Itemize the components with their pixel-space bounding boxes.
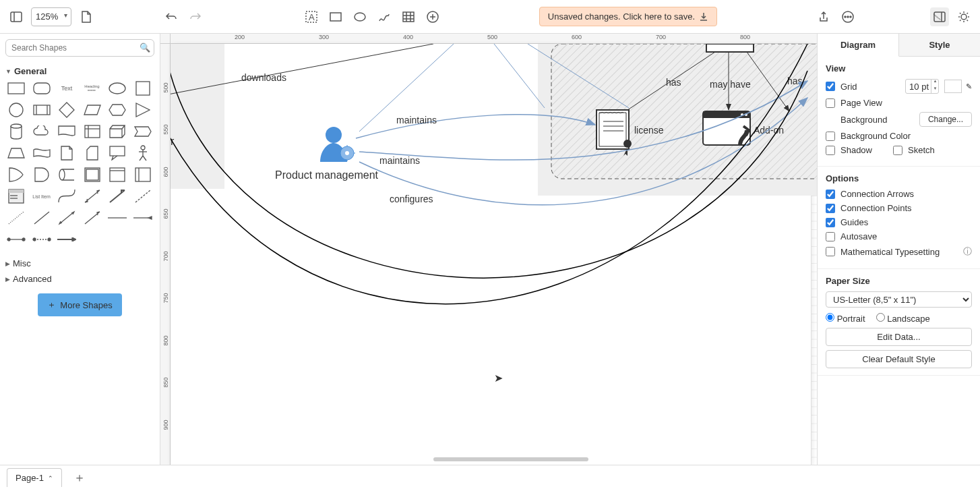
shape-cloud[interactable] [31,122,53,141]
canvas-area[interactable]: 200 300 400 500 600 700 800 500 550 600 … [160,34,817,465]
hatched-box[interactable] [551,44,817,179]
shape-cylinder[interactable] [5,122,27,141]
container-left[interactable] [171,44,224,189]
svg-line-28 [960,20,961,21]
shape-card[interactable] [82,144,103,163]
autosave-checkbox[interactable] [826,232,835,241]
sketch-checkbox[interactable] [893,146,902,155]
shape-dotted[interactable] [5,208,27,227]
shape-conn3[interactable] [56,230,78,249]
shape-container[interactable] [82,165,103,184]
shape-callout[interactable] [106,144,128,163]
shape-curve[interactable] [56,187,78,206]
save-banner[interactable]: Unsaved changes. Click here to save. [539,7,717,26]
shape-internal[interactable] [82,122,103,141]
shape-actor[interactable] [132,144,154,163]
shape-list[interactable] [5,187,27,206]
category-general[interactable]: ▼General [5,63,154,79]
svg-rect-31 [34,83,50,94]
canvas[interactable]: has may have has license [171,44,817,465]
landscape-radio[interactable]: Landscape [876,313,930,324]
math-checkbox[interactable] [826,247,835,256]
zoom-select[interactable]: 125% [31,7,71,26]
category-advanced[interactable]: ▶Advanced [5,271,154,287]
edit-data-button[interactable]: Edit Data... [826,328,972,346]
shape-roundrect[interactable] [31,79,53,98]
shadow-checkbox[interactable] [826,146,835,155]
share-icon[interactable] [814,7,833,26]
shape-trapezoid[interactable] [5,144,27,163]
portrait-radio[interactable]: Portrait [826,313,865,324]
svg-rect-4 [330,13,341,21]
tab-style[interactable]: Style [899,34,980,57]
search-input[interactable] [5,39,154,57]
shape-process[interactable] [31,100,53,119]
scrollbar-horizontal[interactable] [433,457,588,461]
guides-checkbox[interactable] [826,218,835,227]
shape-document[interactable] [56,122,78,141]
grid-checkbox[interactable] [826,82,835,91]
format-panel-toggle-icon[interactable] [930,7,949,26]
new-page-icon[interactable] [77,7,96,26]
category-misc[interactable]: ▶Misc [5,256,154,271]
shape-bi-arrow2[interactable] [56,208,78,227]
shape-text[interactable]: Text [56,79,78,98]
conn-arrows-checkbox[interactable] [826,190,835,199]
shape-hline[interactable] [106,208,128,227]
shape-ellipse[interactable] [106,79,128,98]
shape-cube[interactable] [106,122,128,141]
shape-conn1[interactable] [5,230,27,249]
shape-frame[interactable] [106,165,128,184]
page-tab[interactable]: Page-1⌃ [7,468,62,487]
shape-dashed[interactable] [132,187,154,206]
shape-heading[interactable]: Heading━━━ [82,79,103,98]
shapes-sidebar: 🔍 ▼General Text Heading━━━ [0,34,160,465]
freehand-tool-icon[interactable] [375,7,394,26]
clear-style-button[interactable]: Clear Default Style [826,350,972,368]
table-tool-icon[interactable] [399,7,418,26]
shape-listitem[interactable]: List Item [31,187,53,206]
background-change-button[interactable]: Change... [919,112,972,127]
shape-parallelogram[interactable] [82,100,103,119]
add-page-icon[interactable]: ＋ [70,468,89,487]
shape-hlink[interactable] [132,208,154,227]
conn-points-checkbox[interactable] [826,204,835,213]
shape-circle[interactable] [5,100,27,119]
shape-arrow[interactable] [106,187,128,206]
shape-rect[interactable] [5,79,27,98]
theme-icon[interactable] [954,7,973,26]
redo-icon[interactable] [186,7,205,26]
rect-tool-icon[interactable] [326,7,345,26]
tab-diagram[interactable]: Diagram [818,34,899,57]
more-icon[interactable] [838,7,857,26]
license-node[interactable] [596,110,632,156]
top-node[interactable] [706,44,754,52]
shape-line[interactable] [31,208,53,227]
shape-triangle[interactable] [132,100,154,119]
bgcolor-checkbox[interactable] [826,132,835,141]
shape-step[interactable] [132,122,154,141]
shape-and[interactable] [31,165,53,184]
shape-arrow-bi[interactable] [82,187,103,206]
shape-tape[interactable] [31,144,53,163]
shape-dir-arrow[interactable] [82,208,103,227]
paper-size-select[interactable]: US-Letter (8,5" x 11") [826,291,972,308]
help-icon[interactable]: ⓘ [963,246,972,258]
product-mgmt-node[interactable] [320,127,355,162]
shape-datastore[interactable] [56,165,78,184]
shape-hexagon[interactable] [106,100,128,119]
shape-hframe[interactable] [132,165,154,184]
grid-color-swatch[interactable] [944,80,962,93]
shape-note[interactable] [56,144,78,163]
undo-icon[interactable] [162,7,181,26]
text-tool-icon[interactable]: A [302,7,321,26]
pageview-checkbox[interactable] [826,98,835,108]
sidebar-toggle-icon[interactable] [7,7,26,26]
shape-or[interactable] [5,165,27,184]
ellipse-tool-icon[interactable] [350,7,369,26]
add-icon[interactable] [423,7,442,26]
more-shapes-button[interactable]: ＋More Shapes [38,293,121,316]
shape-diamond[interactable] [56,100,78,119]
shape-square[interactable] [132,79,154,98]
shape-conn2[interactable] [31,230,53,249]
